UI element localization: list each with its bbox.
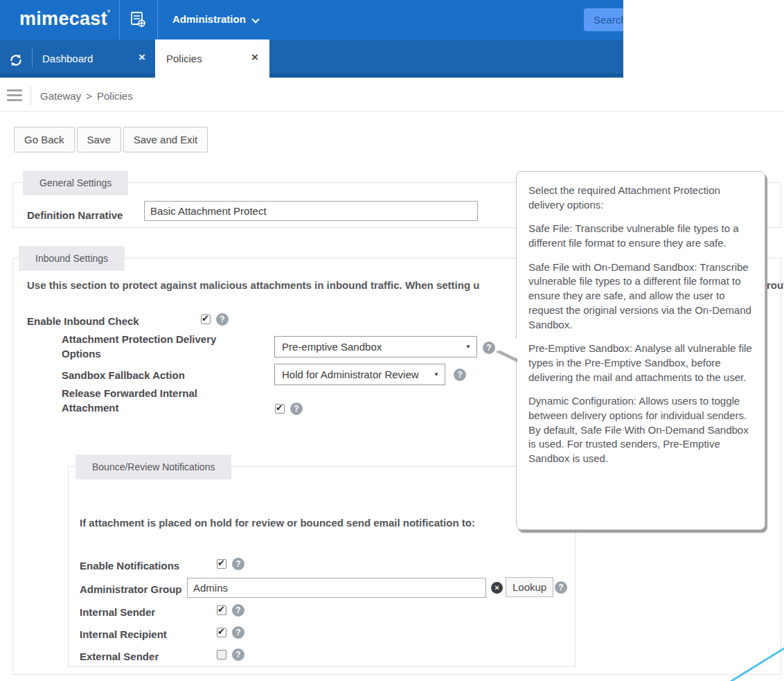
release-forwarded-label: Release Forwarded Internal Attachment [62, 386, 235, 415]
section-legend: Bounce/Review Notifications [75, 454, 231, 479]
help-icon[interactable]: ? [232, 626, 244, 639]
section-legend: General Settings [23, 170, 128, 195]
help-icon[interactable]: ? [483, 342, 495, 354]
breadcrumb-page: Policies [97, 90, 133, 102]
enable-notifications-checkbox[interactable]: ✔ [217, 559, 226, 569]
breadcrumb-section: Gateway [40, 90, 81, 102]
internal-sender-checkbox[interactable]: ✔ [217, 605, 226, 615]
tab-bar: Dashboard × Policies × [0, 39, 623, 78]
tab-dashboard[interactable]: Dashboard × [33, 39, 155, 78]
tooltip-paragraph: Select the required Attachment Protectio… [528, 184, 753, 212]
check-icon: ✔ [202, 313, 209, 324]
section-legend: Inbound Settings [19, 246, 125, 271]
tab-label: Dashboard [42, 53, 93, 64]
tooltip-paragraph: Safe File: Transcribe vulnerable file ty… [528, 222, 753, 250]
topbar-divider [119, 0, 120, 39]
definition-narrative-input[interactable] [144, 201, 478, 221]
tab-label: Policies [166, 53, 202, 64]
go-back-button[interactable]: Go Back [14, 127, 75, 152]
inbound-intro-text-fragment: rout [767, 279, 784, 291]
breadcrumb-divider [30, 86, 31, 105]
help-icon[interactable]: ? [290, 403, 303, 415]
enable-notifications-label: Enable Notifications [80, 558, 179, 573]
help-icon[interactable]: ? [454, 369, 466, 381]
help-icon[interactable]: ? [232, 604, 244, 617]
tooltip-paragraph: Pre-Emptive Sandbox: Analyse all vulnera… [528, 342, 753, 384]
sandbox-fallback-select[interactable]: Hold for Administrator Review ▼ [274, 364, 445, 385]
hamburger-menu-icon[interactable] [7, 89, 24, 104]
administration-menu[interactable]: Administration [172, 13, 246, 25]
topbar-divider [157, 0, 158, 39]
top-bar: mimecast° Administration Search [0, 0, 623, 39]
external-sender-label: External Sender [80, 649, 159, 664]
inbound-intro-text: Use this section to protect against mali… [27, 279, 479, 291]
enable-inbound-check-label: Enable Inbound Check [27, 314, 139, 328]
help-icon[interactable]: ? [216, 313, 229, 326]
help-icon[interactable]: ? [555, 581, 567, 594]
logo-trademark: ° [107, 9, 110, 17]
breadcrumb: Gateway>Policies [40, 90, 133, 102]
external-sender-checkbox[interactable]: ✔ [217, 650, 226, 660]
selected-option: Pre-emptive Sandbox [282, 341, 382, 353]
close-icon[interactable]: × [251, 51, 258, 64]
bounce-intro-text: If attachment is placed on hold for revi… [80, 517, 475, 529]
mimecast-logo: mimecast° [19, 8, 110, 30]
administrator-group-label: Administrator Group [80, 582, 182, 596]
help-tooltip: Select the required Attachment Protectio… [516, 171, 765, 530]
breadcrumb-separator: > [86, 90, 92, 102]
refresh-icon[interactable] [8, 53, 24, 71]
tab-policies[interactable]: Policies × [155, 39, 269, 78]
help-icon[interactable]: ? [232, 648, 244, 661]
decorative-diagonal-line [720, 637, 784, 681]
release-forwarded-checkbox[interactable]: ✔ [275, 404, 285, 414]
enable-inbound-check-checkbox[interactable]: ✔ [201, 315, 211, 324]
clear-icon[interactable]: × [491, 582, 503, 594]
definition-narrative-label: Definition Narrative [27, 208, 123, 222]
save-and-exit-button[interactable]: Save and Exit [123, 127, 208, 152]
help-icon[interactable]: ? [232, 558, 244, 570]
check-icon: ✔ [276, 403, 283, 413]
delivery-options-select[interactable]: Pre-emptive Sandbox ▼ [274, 336, 477, 357]
check-icon: ✔ [217, 604, 225, 614]
chevron-down-icon [251, 15, 259, 23]
save-button[interactable]: Save [77, 127, 121, 152]
internal-sender-label: Internal Sender [80, 605, 155, 619]
internal-recipient-label: Internal Recipient [80, 627, 167, 642]
check-icon: ✔ [217, 626, 225, 637]
divider [0, 111, 784, 112]
select-caret-icon: ▼ [465, 337, 471, 357]
lookup-button[interactable]: Lookup [506, 577, 553, 597]
tooltip-pointer [496, 338, 517, 359]
selected-option: Hold for Administrator Review [282, 369, 419, 380]
bounce-review-notifications-section: Bounce/Review Notifications If attachmen… [68, 466, 576, 667]
administrator-group-input[interactable] [187, 578, 486, 598]
check-icon: ✔ [217, 558, 225, 568]
screen: mimecast° Administration Search [0, 0, 784, 681]
tooltip-paragraph: Safe File with On-Demand Sandbox: Transc… [528, 260, 753, 332]
tooltip-paragraph: Dynamic Configuration: Allows users to t… [528, 394, 753, 466]
admin-console-icon[interactable] [129, 10, 147, 31]
search-button[interactable]: Search [584, 8, 623, 31]
sandbox-fallback-label: Sandbox Fallback Action [62, 368, 185, 382]
toolbar: Go Back Save Save and Exit [14, 127, 208, 152]
close-icon[interactable]: × [139, 51, 145, 64]
internal-recipient-checkbox[interactable]: ✔ [217, 628, 226, 637]
delivery-options-label: Attachment Protection Delivery Options [62, 332, 235, 361]
select-caret-icon: ▼ [434, 364, 439, 384]
